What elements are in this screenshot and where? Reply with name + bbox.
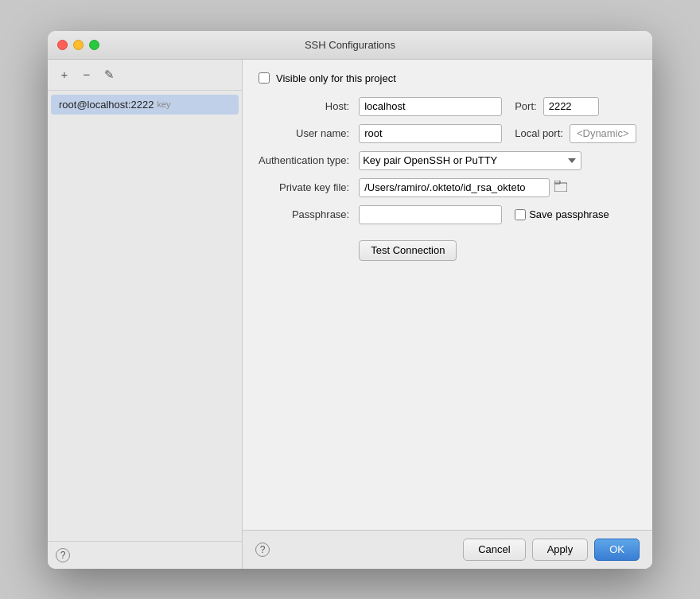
port-input[interactable]: [543, 97, 599, 116]
localport-display: <Dynamic>: [570, 124, 636, 143]
form-grid: Host: Port: User name: Local port: <Dyna…: [259, 97, 636, 261]
host-label: Host:: [259, 100, 352, 112]
auth-type-label: Authentication type:: [259, 154, 352, 166]
maximize-button[interactable]: [89, 40, 99, 50]
sidebar-item-root[interactable]: root@localhost:2222 key: [51, 95, 239, 115]
browse-button[interactable]: [553, 179, 569, 196]
bottom-bar: ? Cancel Apply OK: [243, 530, 652, 569]
close-button[interactable]: [57, 40, 68, 50]
passphrase-row-content: Save passphrase: [359, 205, 636, 224]
apply-button[interactable]: Apply: [532, 539, 589, 561]
auth-type-select[interactable]: Password Key pair OpenSSH or PuTTY OpenS…: [359, 151, 581, 170]
ok-button[interactable]: OK: [594, 539, 640, 561]
help-button[interactable]: ?: [56, 548, 70, 562]
edit-button[interactable]: ✎: [100, 66, 118, 84]
username-input[interactable]: [359, 124, 502, 143]
main-panel: Visible only for this project Host: Port…: [243, 60, 652, 569]
auth-type-row-content: Password Key pair OpenSSH or PuTTY OpenS…: [359, 151, 636, 170]
bottom-help-button[interactable]: ?: [255, 543, 270, 557]
visible-only-row: Visible only for this project: [259, 72, 636, 84]
test-connection-button[interactable]: Test Connection: [359, 240, 457, 261]
titlebar: SSH Configurations: [48, 31, 652, 60]
window-title: SSH Configurations: [305, 39, 395, 51]
save-passphrase-row: Save passphrase: [515, 208, 609, 220]
svg-rect-0: [554, 183, 567, 192]
save-passphrase-label: Save passphrase: [529, 208, 609, 220]
username-row-content: Local port: <Dynamic>: [359, 124, 636, 143]
visible-only-label: Visible only for this project: [276, 72, 396, 84]
sidebar-toolbar: + − ✎: [48, 60, 242, 91]
private-key-label: Private key file:: [259, 181, 352, 193]
private-key-row: [359, 178, 569, 197]
sidebar-item-tag: key: [157, 99, 170, 109]
port-label: Port:: [515, 100, 536, 112]
traffic-lights: [57, 40, 99, 50]
add-button[interactable]: +: [56, 66, 73, 84]
bottom-right: Cancel Apply OK: [463, 539, 640, 561]
sidebar-list: root@localhost:2222 key: [48, 91, 242, 541]
ssh-configurations-window: SSH Configurations + − ✎ root@localhost:…: [48, 31, 652, 569]
visible-only-checkbox[interactable]: [259, 72, 270, 84]
passphrase-input[interactable]: [359, 205, 502, 224]
username-label: User name:: [259, 127, 352, 139]
localport-label: Local port:: [515, 127, 563, 139]
save-passphrase-checkbox[interactable]: [515, 209, 526, 220]
sidebar-bottom: ?: [48, 541, 242, 569]
main-content: Visible only for this project Host: Port…: [243, 60, 652, 530]
private-key-input[interactable]: [359, 178, 550, 197]
sidebar: + − ✎ root@localhost:2222 key ?: [48, 60, 243, 569]
minimize-button[interactable]: [73, 40, 84, 50]
host-input[interactable]: [359, 97, 502, 116]
test-connection-container: Test Connection: [359, 232, 636, 261]
sidebar-item-name: root@localhost:2222: [59, 99, 154, 111]
cancel-button[interactable]: Cancel: [463, 539, 525, 561]
window-body: + − ✎ root@localhost:2222 key ? Visible: [48, 60, 652, 569]
remove-button[interactable]: −: [78, 66, 95, 84]
host-row-content: Port:: [359, 97, 636, 116]
passphrase-label: Passphrase:: [259, 208, 352, 220]
private-key-row-content: [359, 178, 636, 197]
